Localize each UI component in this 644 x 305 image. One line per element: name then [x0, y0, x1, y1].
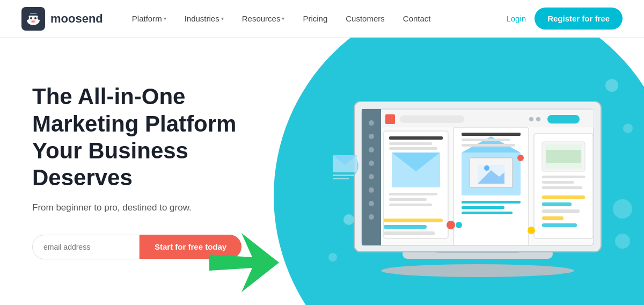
- svg-rect-80: [542, 223, 577, 227]
- svg-rect-62: [462, 206, 504, 209]
- svg-point-32: [369, 161, 374, 166]
- svg-rect-92: [333, 178, 349, 179]
- login-link[interactable]: Login: [506, 14, 526, 23]
- svg-point-8: [26, 16, 29, 20]
- svg-point-17: [343, 214, 354, 225]
- svg-rect-65: [462, 139, 510, 141]
- svg-rect-64: [462, 133, 521, 136]
- svg-point-9: [38, 16, 41, 20]
- navbar: moosend Platform ▾ Industries ▾ Resource…: [0, 0, 644, 38]
- svg-point-29: [369, 120, 374, 126]
- svg-rect-51: [389, 136, 443, 140]
- svg-point-60: [484, 165, 489, 171]
- email-input[interactable]: [32, 235, 140, 259]
- nav-industries[interactable]: Industries ▾: [177, 10, 231, 27]
- svg-rect-81: [384, 219, 443, 222]
- svg-rect-66: [462, 144, 515, 147]
- svg-point-88: [613, 199, 632, 219]
- svg-point-67: [517, 155, 524, 161]
- svg-point-3: [30, 17, 32, 19]
- hero-title: The All-in-One Marketing Platform Your B…: [32, 83, 279, 192]
- svg-marker-13: [209, 233, 279, 292]
- hero-section: The All-in-One Marketing Platform Your B…: [0, 38, 644, 305]
- nav-customers[interactable]: Customers: [338, 10, 392, 27]
- nav-contact[interactable]: Contact: [396, 10, 438, 27]
- svg-point-6: [32, 21, 33, 22]
- svg-rect-83: [384, 231, 435, 235]
- svg-rect-63: [462, 212, 513, 214]
- svg-rect-76: [542, 195, 585, 199]
- svg-point-31: [369, 147, 374, 152]
- svg-point-43: [529, 117, 533, 121]
- svg-rect-75: [542, 186, 582, 189]
- hero-subtitle: From beginner to pro, destined to grow.: [32, 202, 279, 213]
- svg-point-19: [328, 253, 337, 262]
- svg-point-4: [34, 17, 36, 19]
- svg-point-21: [381, 264, 574, 277]
- svg-point-84: [447, 221, 455, 229]
- svg-rect-78: [542, 209, 580, 213]
- svg-point-7: [34, 21, 35, 22]
- logo-icon: [21, 7, 45, 31]
- svg-point-14: [605, 79, 618, 92]
- svg-point-36: [369, 214, 374, 220]
- nav-platform[interactable]: Platform ▾: [125, 10, 174, 27]
- svg-point-34: [369, 187, 374, 193]
- nav-right: Login Register for free: [506, 8, 623, 30]
- resources-dropdown-icon: ▾: [282, 16, 284, 21]
- svg-rect-48: [389, 193, 437, 195]
- svg-point-20: [615, 234, 630, 249]
- industries-dropdown-icon: ▾: [221, 16, 224, 21]
- nav-resources[interactable]: Resources ▾: [235, 10, 292, 27]
- svg-point-5: [31, 20, 35, 23]
- svg-point-33: [369, 174, 374, 179]
- svg-rect-50: [389, 204, 432, 206]
- nav-links: Platform ▾ Industries ▾ Resources ▾ Pric…: [125, 10, 507, 27]
- svg-rect-73: [542, 176, 585, 178]
- svg-point-85: [528, 227, 535, 234]
- svg-rect-12: [30, 13, 36, 14]
- hero-illustration: [301, 59, 644, 284]
- logo[interactable]: moosend: [21, 7, 103, 31]
- svg-point-30: [369, 134, 374, 139]
- svg-rect-91: [333, 175, 354, 176]
- brand-name: moosend: [50, 12, 103, 26]
- nav-pricing[interactable]: Pricing: [295, 10, 335, 27]
- svg-rect-42: [547, 115, 580, 124]
- svg-rect-49: [389, 198, 427, 201]
- svg-rect-38: [381, 109, 594, 110]
- svg-rect-77: [542, 202, 572, 206]
- svg-rect-41: [400, 115, 464, 123]
- green-arrow: [209, 233, 279, 294]
- svg-rect-52: [389, 142, 432, 145]
- svg-rect-82: [384, 225, 427, 229]
- svg-rect-74: [542, 181, 574, 184]
- svg-rect-72: [546, 150, 581, 163]
- svg-rect-40: [385, 114, 395, 124]
- svg-point-68: [456, 222, 462, 228]
- svg-rect-61: [462, 201, 521, 204]
- svg-point-44: [536, 117, 540, 121]
- svg-rect-79: [542, 216, 564, 220]
- svg-rect-53: [389, 147, 437, 150]
- svg-rect-11: [30, 10, 36, 15]
- svg-point-16: [623, 124, 633, 133]
- svg-point-35: [369, 201, 374, 206]
- register-button[interactable]: Register for free: [535, 8, 623, 30]
- platform-dropdown-icon: ▾: [164, 16, 166, 21]
